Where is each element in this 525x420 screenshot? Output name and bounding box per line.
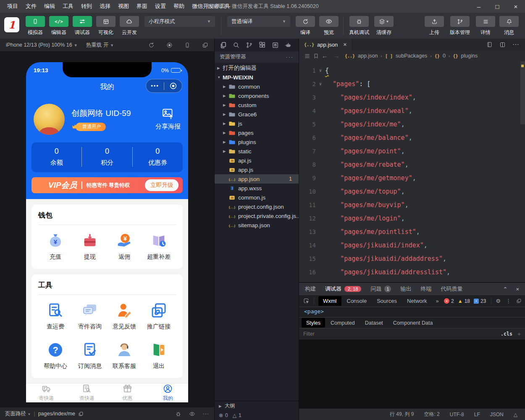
devtools-tab-network[interactable]: Network [402, 296, 432, 306]
editor-button[interactable]: </> 编辑器 [47, 16, 71, 36]
page-path-select[interactable]: 页面路径 ▼ [5, 410, 31, 417]
simulator-button[interactable]: 模拟器 [24, 16, 47, 36]
tree-item[interactable]: {..}project.config.json [215, 202, 299, 211]
upload-button[interactable]: 上传 [423, 16, 446, 36]
minimize-button[interactable]: – [470, 0, 488, 13]
styles-tab-dataset[interactable]: Dataset [360, 318, 388, 328]
filter-input[interactable] [303, 331, 497, 337]
tree-item[interactable]: JSapi.js [215, 156, 299, 165]
code-line[interactable]: 12 "pages/me/login", [299, 212, 525, 225]
visualize-button[interactable]: 可视化 [94, 16, 118, 36]
error-count[interactable]: ×2 [444, 298, 454, 304]
eye-icon[interactable] [189, 411, 195, 417]
grid-item[interactable]: 寄件咨询 [73, 295, 107, 334]
panel-tab-代码质量[interactable]: 代码质量 [441, 285, 462, 293]
stat-coupons[interactable]: 0 优惠券 [132, 147, 183, 167]
close-tab-icon[interactable]: × [343, 41, 346, 48]
version-control-button[interactable]: 版本管理 [446, 16, 474, 36]
tree-item[interactable]: {..}project.private.config.js... [215, 211, 299, 220]
menu-item[interactable]: 项目 [3, 3, 22, 10]
multi-window-icon[interactable] [202, 42, 208, 48]
devtools-tab-console[interactable]: Console [342, 296, 372, 306]
close-panel-icon[interactable]: × [516, 286, 519, 292]
eol[interactable]: LF [474, 412, 480, 417]
mode-select[interactable]: 小程序模式 ▼ [144, 16, 215, 27]
avatar[interactable] [34, 104, 65, 135]
teapot-icon[interactable] [285, 42, 292, 49]
settings-gear-icon[interactable]: ⚙ [496, 298, 501, 304]
grid-item[interactable]: ¥返佣 [107, 225, 142, 265]
tree-item[interactable]: ∃app.wxss [215, 184, 299, 193]
more-tabs-icon[interactable]: » [433, 298, 442, 304]
tabbar-item-gift[interactable]: 优惠 [107, 383, 148, 402]
code-line[interactable]: 6 "pages/me/balance", [299, 131, 525, 144]
preview-button[interactable]: 预览 [317, 16, 341, 36]
grid-item[interactable]: 推广链接 [142, 295, 176, 334]
device-select[interactable]: iPhone 12/13 (Pro) 100% 16▼ [6, 42, 78, 48]
outline-list-icon[interactable] [304, 53, 310, 59]
rotate-icon[interactable] [148, 42, 155, 48]
code-line[interactable]: 3 "pages/index/index", [299, 91, 525, 104]
copy-icon[interactable] [78, 411, 84, 417]
tree-item[interactable]: ▶pages [215, 128, 299, 137]
grid-item[interactable]: 联系客服 [107, 334, 142, 374]
code-line[interactable]: 9 "pages/me/getmoney", [299, 171, 525, 185]
more-icon[interactable]: ··· [203, 411, 210, 417]
tree-item[interactable]: {..}app.json1 [215, 174, 299, 184]
grid-item[interactable]: 提现 [73, 225, 107, 265]
tree-item[interactable]: ▶js [215, 119, 299, 128]
tabbar-item-truck[interactable]: 寄快递 [26, 383, 67, 402]
code-line[interactable]: 16 "pages/jikuaidi/addresslist", [299, 265, 525, 279]
menu-item[interactable]: 文件 [22, 3, 40, 10]
vip-banner[interactable]: VIP会员 特惠寄件 尊贵特权 立即升级 [32, 177, 183, 193]
new-rule-icon[interactable]: + [517, 331, 521, 337]
menu-item[interactable]: 界面 [133, 3, 151, 10]
files-icon[interactable] [220, 42, 227, 49]
source-control-icon[interactable] [246, 42, 253, 49]
inspect-element-icon[interactable] [303, 298, 314, 304]
code-line[interactable]: 1∨{ [299, 64, 525, 77]
npm-icon[interactable] [272, 42, 279, 49]
code-line[interactable]: 4 "pages/index/weal", [299, 104, 525, 118]
tree-item[interactable]: ▶components [215, 91, 299, 100]
menu-item[interactable]: 设置 [151, 3, 170, 10]
grid-item[interactable]: ¥充值 [38, 225, 73, 265]
cls-toggle[interactable]: .cls [501, 331, 512, 337]
grid-item[interactable]: 订阅消息 [73, 334, 107, 374]
more-actions-icon[interactable]: ··· [286, 54, 294, 60]
tree-item[interactable]: JSapp.js [215, 165, 299, 174]
grid-item[interactable]: 退出 [142, 334, 176, 374]
record-stop-icon[interactable] [166, 42, 173, 48]
device-frame-icon[interactable] [184, 42, 190, 48]
encoding[interactable]: UTF-8 [450, 412, 464, 417]
grid-item[interactable]: 意见反馈 [107, 295, 142, 334]
collapse-panel-icon[interactable]: ⌃ [503, 286, 508, 292]
tree-item[interactable]: ▶plugins [215, 137, 299, 147]
devtools-tab-sources[interactable]: Sources [372, 296, 402, 306]
wxml-element-preview[interactable]: <page> [299, 307, 525, 317]
code-line[interactable]: 17 "pages/jikuaidi/ [299, 279, 525, 282]
tree-item[interactable]: ▶custom [215, 100, 299, 110]
bug-icon[interactable] [175, 411, 181, 417]
code-line[interactable]: 11 "pages/me/buyvip", [299, 198, 525, 212]
kebab-menu-icon[interactable]: ⋮ [506, 298, 511, 304]
menu-item[interactable]: 视图 [114, 3, 133, 10]
warning-count[interactable]: ▲18 [458, 298, 470, 304]
upgrade-button[interactable]: 立即升级 [145, 179, 178, 191]
panel-tab-构建[interactable]: 构建 [305, 285, 316, 293]
dock-side-icon[interactable] [516, 298, 522, 304]
close-capsule-icon[interactable] [164, 82, 182, 90]
tree-item[interactable]: ▶common [215, 82, 299, 91]
panel-tab-输出[interactable]: 输出 [400, 285, 411, 293]
project-root-row[interactable]: ▼MP-WEIXIN [215, 73, 299, 82]
grid-item[interactable]: ?帮助中心 [38, 334, 73, 374]
tree-item[interactable]: {..}sitemap.json [215, 220, 299, 230]
open-preview-icon[interactable] [486, 42, 493, 48]
back-arrow-icon[interactable]: ← [322, 52, 328, 59]
compile-button[interactable]: 编译 [294, 16, 317, 36]
outline-section[interactable]: ▶ 大纲 [215, 401, 299, 411]
code-line[interactable]: 13 "pages/me/pointlist", [299, 225, 525, 239]
code-line[interactable]: 14 "pages/jikuaidi/index", [299, 239, 525, 252]
tree-item[interactable]: ▶static [215, 147, 299, 156]
cursor-position[interactable]: 行 49, 列 9 [390, 411, 414, 418]
